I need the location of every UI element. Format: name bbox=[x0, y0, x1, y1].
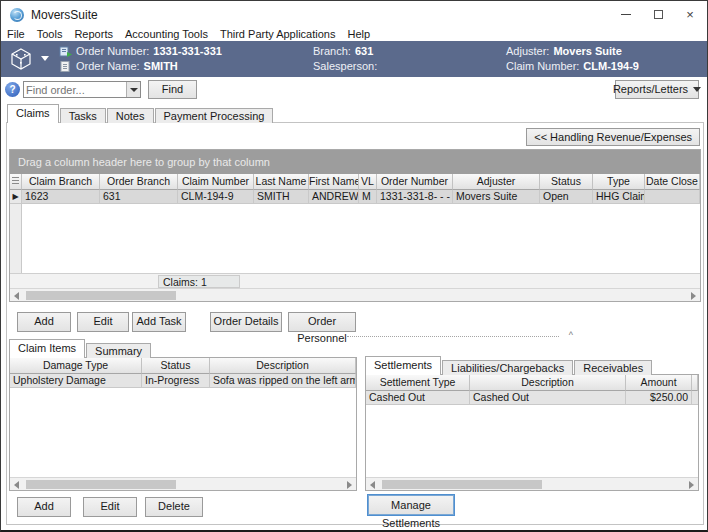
cell-order-branch[interactable]: 631 bbox=[100, 190, 178, 204]
cell-damage-type[interactable]: Upholstery Damage bbox=[10, 374, 142, 388]
col-vl[interactable]: VL bbox=[359, 174, 377, 190]
cell-filler bbox=[692, 391, 699, 405]
menu-help[interactable]: Help bbox=[341, 28, 376, 41]
claims-tab-content: << Handling Revenue/Expenses Drag a colu… bbox=[6, 122, 704, 525]
tab-notes[interactable]: Notes bbox=[107, 108, 154, 123]
scroll-right-icon[interactable] bbox=[691, 292, 696, 300]
col-settlement-description[interactable]: Description bbox=[470, 375, 626, 391]
col-claim-branch[interactable]: Claim Branch bbox=[22, 174, 100, 190]
cell-claim-number[interactable]: CLM-194-9 bbox=[178, 190, 254, 204]
menu-tools[interactable]: Tools bbox=[31, 28, 69, 41]
col-last-name[interactable]: Last Name bbox=[254, 174, 309, 190]
cell-last-name[interactable]: SMITH bbox=[254, 190, 309, 204]
settlements-splitter[interactable]: ^ bbox=[347, 336, 559, 343]
claim-item-row[interactable]: Upholstery Damage In-Progress Sofa was r… bbox=[10, 374, 356, 388]
cube-dropdown-arrow[interactable] bbox=[41, 56, 49, 61]
col-order-number[interactable]: Order Number bbox=[377, 174, 453, 190]
col-date-close[interactable]: Date Close bbox=[645, 174, 700, 190]
col-description[interactable]: Description bbox=[210, 358, 356, 374]
cell-vl[interactable]: M bbox=[359, 190, 377, 204]
close-button[interactable]: × bbox=[673, 1, 707, 28]
group-by-dropzone[interactable]: Drag a column header here to group by th… bbox=[10, 150, 700, 174]
col-damage-type[interactable]: Damage Type bbox=[10, 358, 142, 374]
cell-settlement-type[interactable]: Cashed Out bbox=[366, 391, 470, 405]
col-order-branch[interactable]: Order Branch bbox=[100, 174, 178, 190]
scroll-left-icon[interactable] bbox=[370, 481, 375, 489]
settlements-scroll-thumb[interactable] bbox=[382, 480, 542, 489]
tab-summary[interactable]: Summary bbox=[86, 343, 151, 358]
claims-scroll-thumb[interactable] bbox=[26, 291, 176, 300]
find-combo-dropdown[interactable] bbox=[126, 82, 140, 97]
manage-settlements-button[interactable]: Manage Settlements bbox=[368, 495, 454, 515]
order-personnel-button[interactable]: Order Personnel bbox=[288, 312, 356, 332]
tab-liabilities-chargebacks[interactable]: Liabilities/Chargebacks bbox=[442, 360, 573, 375]
item-delete-button[interactable]: Delete bbox=[145, 497, 203, 517]
tab-claims[interactable]: Claims bbox=[7, 104, 59, 123]
title-bar: MoversSuite × bbox=[1, 1, 707, 28]
maximize-button[interactable] bbox=[641, 1, 675, 28]
menu-file[interactable]: File bbox=[1, 28, 31, 41]
collapse-icon[interactable]: ^ bbox=[569, 330, 573, 340]
scroll-left-icon[interactable] bbox=[14, 481, 19, 489]
scroll-left-icon[interactable] bbox=[14, 292, 19, 300]
menu-reports[interactable]: Reports bbox=[68, 28, 119, 41]
item-add-button[interactable]: Add bbox=[17, 497, 71, 517]
cell-order-number[interactable]: 1331-331-8- - - bbox=[377, 190, 453, 204]
order-info-toolbar: Order Number: 1331-331-331 Order Name: S… bbox=[1, 41, 707, 77]
settlements-grid: Settlement Type Description Amount Cashe… bbox=[365, 374, 699, 491]
cell-date-close[interactable] bbox=[645, 190, 700, 204]
find-order-input[interactable] bbox=[26, 83, 125, 96]
col-first-name[interactable]: First Name bbox=[309, 174, 359, 190]
order-details-button[interactable]: Order Details bbox=[210, 312, 282, 332]
cell-description[interactable]: Sofa was ripped on the left arm and bbox=[210, 374, 356, 388]
claims-row[interactable]: ▶ 1623 631 CLM-194-9 SMITH ANDREW M 1331… bbox=[10, 190, 700, 204]
col-amount[interactable]: Amount bbox=[626, 375, 692, 391]
tab-settlements[interactable]: Settlements bbox=[365, 356, 441, 375]
tab-payment-processing[interactable]: Payment Processing bbox=[155, 108, 274, 123]
cell-claim-branch[interactable]: 1623 bbox=[22, 190, 100, 204]
find-button[interactable]: Find bbox=[148, 80, 197, 99]
help-icon[interactable]: ? bbox=[5, 82, 20, 97]
cube-menu-button[interactable] bbox=[7, 45, 37, 73]
adjuster-value: Movers Suite bbox=[553, 45, 621, 57]
order-number-value: 1331-331-331 bbox=[153, 45, 222, 57]
tab-claim-items[interactable]: Claim Items bbox=[9, 339, 85, 358]
salesperson-label: Salesperson: bbox=[313, 60, 377, 72]
tab-tasks[interactable]: Tasks bbox=[60, 108, 106, 123]
menu-third-party[interactable]: Third Party Applications bbox=[214, 28, 342, 41]
handling-revenue-expenses-button[interactable]: << Handling Revenue/Expenses bbox=[526, 128, 700, 146]
cell-amount[interactable]: $250.00 bbox=[626, 391, 692, 405]
minimize-button[interactable] bbox=[609, 1, 643, 28]
cell-settlement-description[interactable]: Cashed Out bbox=[470, 391, 626, 405]
cell-status[interactable]: Open bbox=[540, 190, 593, 204]
scroll-right-icon[interactable] bbox=[347, 481, 352, 489]
cell-adjuster[interactable]: Movers Suite bbox=[453, 190, 540, 204]
cell-item-status[interactable]: In-Progress bbox=[142, 374, 210, 388]
claim-items-hscrollbar[interactable] bbox=[10, 477, 356, 490]
column-chooser-button[interactable] bbox=[10, 174, 22, 190]
chevron-down-icon bbox=[693, 87, 701, 92]
claim-items-scroll-thumb[interactable] bbox=[26, 480, 176, 489]
claims-add-button[interactable]: Add bbox=[17, 312, 71, 332]
col-item-status[interactable]: Status bbox=[142, 358, 210, 374]
col-settlement-type[interactable]: Settlement Type bbox=[366, 375, 470, 391]
menu-accounting-tools[interactable]: Accounting Tools bbox=[119, 28, 214, 41]
claims-hscrollbar[interactable] bbox=[10, 288, 700, 301]
reports-letters-button[interactable]: Reports/Letters bbox=[615, 80, 699, 99]
col-type[interactable]: Type bbox=[593, 174, 645, 190]
tab-receivables[interactable]: Receivables bbox=[574, 360, 652, 375]
find-order-combo[interactable] bbox=[23, 81, 141, 98]
col-claim-number[interactable]: Claim Number bbox=[178, 174, 254, 190]
item-edit-button[interactable]: Edit bbox=[83, 497, 137, 517]
claims-edit-button[interactable]: Edit bbox=[77, 312, 129, 332]
claims-count-summary: Claims: 1 bbox=[158, 275, 240, 288]
scroll-right-icon[interactable] bbox=[689, 481, 694, 489]
cell-first-name[interactable]: ANDREW bbox=[309, 190, 359, 204]
add-task-button[interactable]: Add Task bbox=[132, 312, 186, 332]
settlements-hscrollbar[interactable] bbox=[366, 477, 698, 490]
col-status[interactable]: Status bbox=[540, 174, 593, 190]
col-adjuster[interactable]: Adjuster bbox=[453, 174, 540, 190]
claim-items-empty-area bbox=[10, 388, 356, 477]
settlement-row[interactable]: Cashed Out Cashed Out $250.00 bbox=[366, 391, 698, 405]
cell-type[interactable]: HHG Claim bbox=[593, 190, 645, 204]
